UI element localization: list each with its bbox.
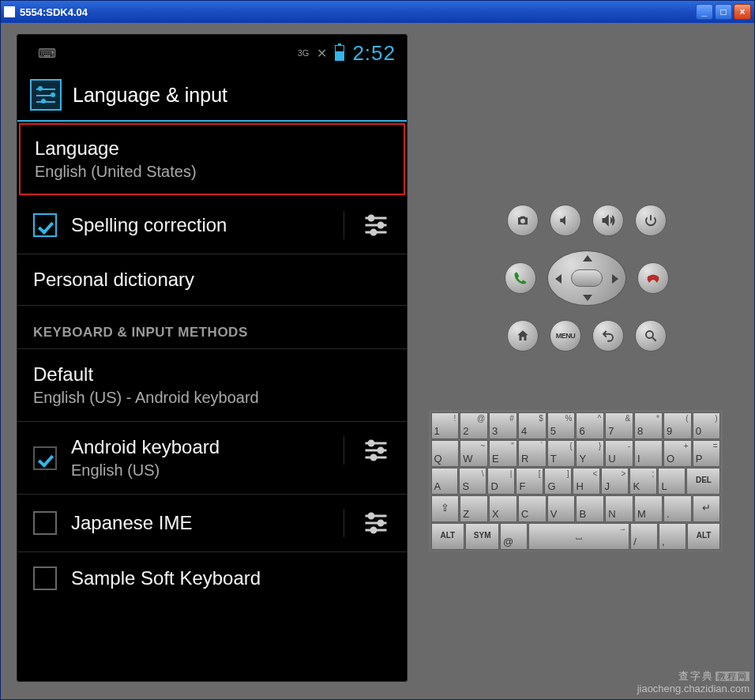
call-button[interactable] (505, 262, 536, 294)
maximize-button[interactable]: □ (715, 4, 732, 20)
key-c[interactable]: C (518, 495, 547, 522)
sample-keyboard-checkbox[interactable] (33, 566, 57, 590)
sliders-icon (362, 211, 390, 239)
search-button[interactable] (635, 320, 667, 352)
japanese-ime-checkbox[interactable] (33, 511, 57, 535)
key-⇧[interactable]: ⇧ (431, 495, 460, 522)
svg-point-16 (378, 521, 383, 525)
key-w[interactable]: W~ (460, 440, 488, 467)
key-comma[interactable]: , (659, 523, 686, 550)
key-r[interactable]: R` (518, 440, 547, 467)
android-keyboard-settings-button[interactable] (344, 436, 407, 465)
status-bar: ⌨ 3G ✕ 2:52 (17, 35, 407, 71)
japanese-ime-settings-button[interactable] (344, 509, 407, 537)
dpad-down-button[interactable] (583, 295, 592, 301)
key-t[interactable]: T{ (547, 440, 576, 467)
key-l[interactable]: L (658, 468, 686, 495)
key-b[interactable]: B (576, 495, 604, 522)
camera-icon (516, 213, 530, 228)
settings-icon (30, 79, 62, 111)
back-button[interactable] (592, 320, 624, 352)
camera-button[interactable] (507, 205, 539, 236)
key-i[interactable]: I (634, 440, 663, 467)
key-2[interactable]: 2@ (460, 412, 488, 439)
key-9[interactable]: 9( (663, 412, 692, 439)
key-a[interactable]: A (431, 468, 459, 495)
key-1[interactable]: 1! (431, 412, 460, 439)
key-alt[interactable]: ALT (431, 523, 465, 550)
power-icon (644, 213, 658, 228)
svg-point-9 (369, 441, 374, 446)
sliders-icon (362, 436, 390, 465)
key-x[interactable]: X (489, 495, 517, 522)
key-space[interactable]: ⎵→ (528, 523, 629, 550)
power-button[interactable] (635, 205, 667, 236)
android-keyboard-checkbox (33, 446, 57, 470)
android-keyboard-item[interactable]: Android keyboard English (US) (17, 422, 407, 495)
key-↵[interactable]: ↵ (693, 495, 721, 522)
svg-point-3 (369, 216, 374, 220)
key-3[interactable]: 3# (489, 412, 517, 439)
item-subtitle: English (United States) (35, 163, 389, 181)
key-sym[interactable]: SYM (465, 523, 499, 550)
key-4[interactable]: 4$ (518, 412, 547, 439)
key-g[interactable]: G] (544, 468, 572, 495)
japanese-ime-item[interactable]: Japanese IME (17, 495, 407, 552)
key-z[interactable]: Z (460, 495, 488, 522)
home-button[interactable] (507, 320, 539, 352)
key-6[interactable]: 6^ (576, 412, 604, 439)
key-u[interactable]: U- (605, 440, 633, 467)
volume-down-button[interactable] (550, 205, 581, 236)
battery-icon (335, 45, 344, 61)
key-d[interactable]: D| (487, 468, 515, 495)
key-p[interactable]: P= (693, 440, 721, 467)
spelling-checkbox[interactable] (33, 213, 57, 237)
key-at[interactable]: @ (500, 523, 528, 550)
key-0[interactable]: 0) (693, 412, 721, 439)
item-subtitle: English (US) - Android keyboard (33, 389, 391, 407)
dpad-center-button[interactable] (571, 269, 603, 287)
spelling-settings-button[interactable] (344, 211, 407, 239)
page-title: Language & input (73, 84, 227, 107)
key-e[interactable]: E" (489, 440, 517, 467)
key-slash[interactable]: / (630, 523, 658, 550)
key-s[interactable]: S\ (459, 468, 486, 495)
personal-dictionary-item[interactable]: Personal dictionary (17, 254, 407, 306)
dpad-right-button[interactable] (612, 274, 618, 284)
key-alt2[interactable]: ALT (687, 523, 721, 550)
key-o[interactable]: O+ (663, 440, 692, 467)
svg-point-18 (646, 331, 653, 338)
key-7[interactable]: 7& (605, 412, 633, 439)
item-title: Spelling correction (71, 214, 329, 236)
key-m[interactable]: M (634, 495, 663, 522)
key-.[interactable]: . (663, 495, 692, 522)
svg-point-10 (378, 448, 383, 453)
dpad-up-button[interactable] (583, 255, 592, 262)
signal-3g-icon: 3G (298, 49, 310, 57)
menu-button[interactable]: MENU (550, 320, 581, 352)
key-h[interactable]: H< (573, 468, 600, 495)
key-n[interactable]: N (605, 495, 633, 522)
key-v[interactable]: V (547, 495, 576, 522)
clock: 2:52 (352, 41, 396, 66)
spelling-correction-item[interactable]: Spelling correction (17, 197, 407, 254)
end-call-button[interactable] (637, 262, 669, 294)
key-j[interactable]: J> (601, 468, 629, 495)
search-icon (644, 329, 658, 343)
key-q[interactable]: Q (431, 440, 460, 467)
svg-point-4 (378, 223, 383, 228)
sample-soft-keyboard-item[interactable]: Sample Soft Keyboard (17, 552, 407, 604)
key-y[interactable]: Y} (576, 440, 604, 467)
default-keyboard-item[interactable]: Default English (US) - Android keyboard (17, 349, 407, 422)
key-5[interactable]: 5% (547, 412, 576, 439)
dpad-left-button[interactable] (555, 274, 562, 284)
close-button[interactable]: × (734, 4, 751, 20)
key-f[interactable]: F[ (516, 468, 543, 495)
key-del[interactable]: DEL (686, 468, 720, 495)
language-item[interactable]: Language English (United States) (19, 123, 405, 195)
key-8[interactable]: 8* (634, 412, 663, 439)
key-k[interactable]: K; (629, 468, 657, 495)
volume-up-button[interactable] (592, 205, 624, 236)
minimize-button[interactable]: _ (696, 4, 713, 20)
settings-list[interactable]: Language English (United States) Spellin… (17, 122, 407, 681)
